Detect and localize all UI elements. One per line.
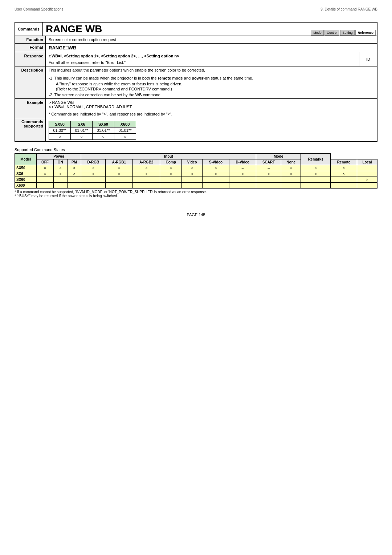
table-row: X600: [15, 183, 377, 189]
th-model: Model: [15, 154, 37, 165]
table-cell: [331, 183, 357, 189]
cmd-version-sx60: 01.01**: [93, 127, 114, 134]
th-argb1: A-RGB1: [105, 159, 132, 165]
main-command-table: Commands RANGE WB ModeControlSettingRefe…: [15, 22, 377, 142]
cmd-version-x600: 01.01**: [114, 127, 136, 134]
table-cell: [160, 177, 182, 183]
table-cell: [105, 177, 132, 183]
response-row: Response r:WB=I, <Setting option 1>, <Se…: [15, 52, 377, 66]
table-cell: ○: [105, 165, 132, 171]
cmd-version-sx6: 01.01**: [71, 127, 93, 134]
th-local: Local: [357, 159, 377, 165]
response-line2: For all other responses, refer to "Error…: [49, 60, 356, 65]
cmd-circle-sx50: ○: [49, 134, 71, 140]
cmd-header-sx60: SX60: [93, 121, 114, 127]
table-cell: [160, 183, 182, 189]
header-left: User Command Specifications: [15, 7, 64, 11]
desc-note-1: -1 This inquiry can be made when the pro…: [49, 76, 374, 80]
table-cell: ○: [53, 165, 67, 171]
table-cell: [181, 177, 202, 183]
table-cell: [81, 183, 106, 189]
function-row: Function Screen color correction option …: [15, 36, 377, 44]
table-cell: [67, 183, 81, 189]
table-cell: ○: [105, 171, 132, 177]
table-cell: [301, 183, 331, 189]
tabs-container: ModeControlSettingReference: [309, 23, 377, 36]
cmd-supported-table: SX50 SX6 SX60 X600 01.00** 01.01** 01.01…: [49, 121, 136, 140]
table-cell: ×: [67, 171, 81, 177]
table-cell: ○: [160, 165, 182, 171]
table-cell: ×: [37, 171, 53, 177]
table-cell: [81, 177, 106, 183]
table-cell: [133, 177, 160, 183]
cmd-circle-sx60: ○: [93, 134, 114, 140]
table-cell: ○: [160, 171, 182, 177]
footnotes: * If a command cannot be supported, 'INV…: [15, 190, 377, 198]
table-cell: [67, 177, 81, 183]
table-row: SX6×○×○○○○○○○○○○×: [15, 171, 377, 177]
desc-note-2: A "busy" response is given while the zoo…: [56, 82, 374, 86]
supported-states-title: Supported Command States: [15, 147, 377, 152]
page-header: User Command Specifications 9. Details o…: [15, 7, 377, 11]
title-bar: Commands RANGE WB ModeControlSettingRefe…: [15, 23, 377, 36]
desc-main: This inquires about the parameter option…: [49, 68, 374, 72]
description-row: Description This inquires about the para…: [15, 66, 377, 99]
table-cell: [357, 183, 377, 189]
table-cell: ○: [301, 171, 331, 177]
table-cell: ×: [67, 165, 81, 171]
description-label: Description: [15, 66, 46, 98]
page-number: PAGE 145: [187, 212, 205, 217]
table-cell: [229, 177, 256, 183]
commands-supported-content: SX50 SX6 SX60 X600 01.00** 01.01** 01.01…: [46, 118, 377, 141]
table-cell: ×: [357, 177, 377, 183]
table-cell: [37, 183, 53, 189]
table-cell: SX6: [15, 171, 37, 177]
cmd-header-sx50: SX50: [49, 121, 71, 127]
table-cell: [256, 177, 281, 183]
th-pm: PM: [67, 159, 81, 165]
tab-reference[interactable]: Reference: [355, 30, 376, 36]
table-cell: –: [229, 165, 256, 171]
table-cell: ○: [281, 171, 301, 177]
cmd-version-sx50: 01.00**: [49, 127, 71, 134]
table-cell: [357, 171, 377, 177]
example-line2: < r:WB=I, NORMAL, GREENBOARD, ADJUST: [49, 105, 374, 109]
page-footer: PAGE 145: [15, 212, 377, 217]
table-cell: –: [256, 165, 281, 171]
th-scart: SCART: [256, 159, 281, 165]
footnote-item: * ":BUSY" may be returned if the power s…: [15, 194, 377, 198]
table-cell: SX50: [15, 165, 37, 171]
table-cell: ○: [181, 171, 202, 177]
format-row: Format RANGE□WB: [15, 44, 377, 52]
th-off: OFF: [37, 159, 53, 165]
command-title: RANGE WB: [43, 23, 309, 36]
tab-control[interactable]: Control: [324, 30, 339, 36]
response-id: ID: [359, 52, 377, 66]
example-content: > RANGE WB < r:WB=I, NORMAL, GREENBOARD,…: [46, 99, 377, 118]
table-cell: ×: [331, 165, 357, 171]
table-cell: [331, 177, 357, 183]
commands-supported-label: Commandssupported: [15, 118, 46, 141]
table-cell: SX60: [15, 177, 37, 183]
table-cell: [181, 183, 202, 189]
table-cell: ○: [81, 165, 106, 171]
table-cell: ○: [133, 171, 160, 177]
function-label: Function: [15, 36, 46, 43]
table-cell: [53, 177, 67, 183]
commands-supported-row: Commandssupported SX50 SX6 SX60 X600 01.…: [15, 118, 377, 141]
table-cell: [53, 183, 67, 189]
table-cell: ○: [203, 171, 229, 177]
th-input: Input: [81, 154, 256, 159]
desc-note-3: (Refer to the ZCONTDRV command and FCONT…: [56, 87, 374, 91]
function-content: Screen color correction option request: [46, 36, 377, 43]
th-dvideo: D-Video: [229, 159, 256, 165]
table-cell: [281, 183, 301, 189]
table-cell: ○: [281, 165, 301, 171]
desc-notes: -1 This inquiry can be made when the pro…: [49, 76, 374, 97]
desc-note-4: -2 The screen color correction can be se…: [49, 93, 374, 97]
tab-setting[interactable]: Setting: [340, 30, 355, 36]
response-content: r:WB=I, <Setting option 1>, <Setting opt…: [46, 52, 359, 66]
table-cell: ○: [133, 165, 160, 171]
tab-mode[interactable]: Mode: [311, 30, 324, 36]
response-line1: r:WB=I, <Setting option 1>, <Setting opt…: [49, 54, 356, 58]
